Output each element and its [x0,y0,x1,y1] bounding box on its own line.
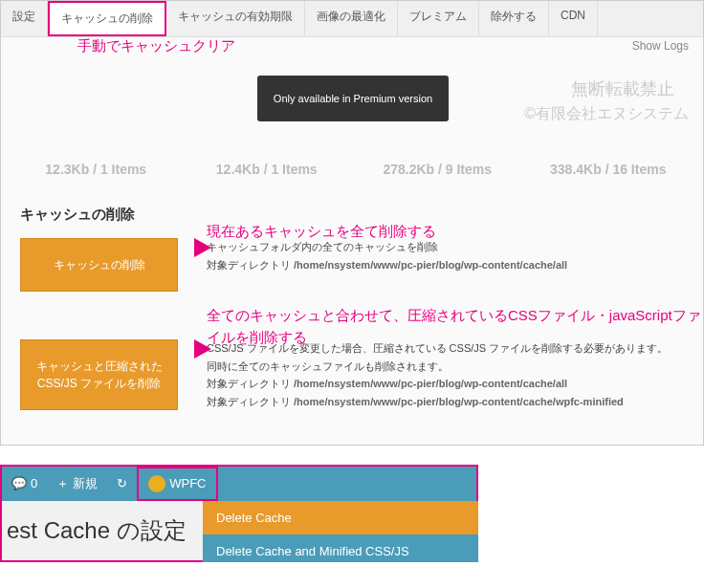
tab-cache-ttl[interactable]: キャッシュの有効期限 [166,1,305,36]
path-text: /home/nsystem/www/pc-pier/blog/wp-conten… [294,259,567,271]
cheetah-icon [148,475,165,492]
dropdown-delete-cache[interactable]: Delete Cache [203,501,478,534]
comment-icon: 💬 [11,476,27,490]
adminbar-wpfc[interactable]: WPFC [137,467,217,501]
annotation-manual-clear: 手動でキャッシュクリア [77,37,235,55]
adminbar-comments[interactable]: 💬 0 [2,467,47,501]
stat-value: 338.4Kb / 16 Items [550,162,666,177]
plus-icon: ＋ [56,475,69,492]
desc-line: 対象ディレクトリ /home/nsystem/www/pc-pier/blog/… [207,393,684,411]
refresh-icon: ↻ [117,476,127,490]
wp-adminbar: 💬 0 ＋ 新規 ↻ WPFC [2,467,476,501]
delete-cache-button[interactable]: キャッシュの削除 [20,238,178,292]
adminbar-refresh[interactable]: ↻ [107,467,137,501]
tab-exclude[interactable]: 除外する [479,1,549,36]
watermark-text: 無断転載禁止 [571,77,674,100]
stat-value: 12.4Kb / 1 Items [216,162,318,177]
show-logs-link[interactable]: Show Logs [632,39,689,53]
section-title: キャッシュの削除 [20,206,703,224]
wpfc-dropdown: Delete Cache Delete Cache and Minified C… [203,501,478,562]
delete-cache-desc: キャッシュフォルダ内の全てのキャッシュを削除 対象ディレクトリ /home/ns… [207,238,684,273]
stat-value: 12.3Kb / 1 Items [45,162,146,177]
tab-delete-cache[interactable]: キャッシュの削除 [48,1,166,36]
tab-settings[interactable]: 設定 [1,1,48,36]
path-text: /home/nsystem/www/pc-pier/blog/wp-conten… [294,396,624,407]
path-text: /home/nsystem/www/pc-pier/blog/wp-conten… [294,378,567,389]
arrow-icon [194,339,211,359]
desc-line: 対象ディレクトリ /home/nsystem/www/pc-pier/blog/… [207,256,684,274]
stat-css: 278.2Kb / 9 Items [352,162,523,177]
arrow-icon [194,238,211,257]
action-delete-cache: キャッシュの削除 キャッシュフォルダ内の全てのキャッシュを削除 対象ディレクトリ… [20,238,684,292]
action-delete-minified: キャッシュと圧縮された CSS/JS ファイルを削除 CSS/JS ファイルを変… [20,339,684,411]
tab-image-optimize[interactable]: 画像の最適化 [305,1,398,36]
dropdown-delete-minified[interactable]: Delete Cache and Minified CSS/JS [203,534,478,562]
premium-tooltip: Only available in Premium version [257,76,449,121]
settings-panel: 設定 キャッシュの削除 キャッシュの有効期限 画像の最適化 プレミアム 除外する… [0,0,704,446]
stat-js: 338.4Kb / 16 Items [523,162,694,177]
desc-line: 対象ディレクトリ /home/nsystem/www/pc-pier/blog/… [207,375,684,393]
desc-line: CSS/JS ファイルを変更した場合、圧縮されている CSS/JS ファイルを削… [207,339,684,358]
delete-minified-button[interactable]: キャッシュと圧縮された CSS/JS ファイルを削除 [20,339,178,410]
stat-mobile: 12.4Kb / 1 Items [182,162,353,177]
wpfc-label: WPFC [169,476,206,490]
desc-line: 同時に全てのキャッシュファイルも削除されます。 [207,358,684,376]
desc-line: キャッシュフォルダ内の全てのキャッシュを削除 [207,238,684,256]
tabs-bar: 設定 キャッシュの削除 キャッシュの有効期限 画像の最適化 プレミアム 除外する… [1,1,703,37]
new-label: 新規 [73,475,98,492]
comment-count: 0 [31,476,37,490]
stat-value: 278.2Kb / 9 Items [383,162,492,177]
tab-cdn[interactable]: CDN [549,1,598,36]
tab-premium[interactable]: プレミアム [398,1,479,36]
watermark-copyright: ©有限会社エヌシステム [524,104,689,124]
delete-minified-desc: CSS/JS ファイルを変更した場合、圧縮されている CSS/JS ファイルを削… [207,339,684,411]
adminbar-new[interactable]: ＋ 新規 [47,467,107,501]
adminbar-panel: 💬 0 ＋ 新規 ↻ WPFC est Cache の設定 Delete Cac… [0,465,478,562]
stats-row: 12.3Kb / 1 Items 12.4Kb / 1 Items 278.2K… [1,162,703,177]
stat-desktop: 12.3Kb / 1 Items [11,162,182,177]
